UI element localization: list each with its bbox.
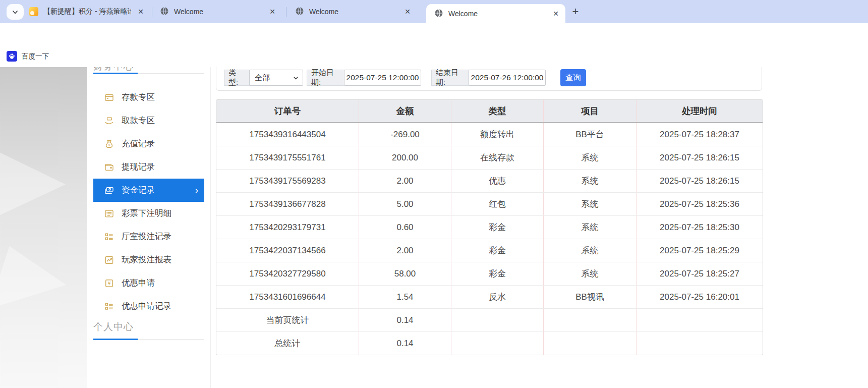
end-date-label: 结束日期: — [431, 70, 469, 86]
cell-time: 2025-07-25 18:26:15 — [636, 170, 763, 192]
cell-type: 优惠 — [451, 170, 543, 192]
page-content: 财务中心 存款专区 取款专区 ¥ — [0, 67, 868, 388]
tab-welcome-active[interactable]: Welcome ✕ — [426, 4, 565, 23]
cell-time: 2025-07-25 16:20:01 — [636, 286, 763, 308]
summary-empty — [543, 309, 636, 331]
sidebar-divider — [210, 67, 211, 388]
close-icon[interactable]: ✕ — [136, 7, 145, 16]
sidebar-item-label: 提现记录 — [122, 161, 155, 173]
sidebar-item-lottery-bet-details[interactable]: 彩票下注明细 — [93, 202, 204, 225]
filter-panel: 类型: 全部 开始日期: 结束日期: 查询 — [216, 67, 762, 91]
chart-icon — [104, 255, 114, 265]
summary-label: 总统计 — [216, 332, 359, 355]
cell-time: 2025-07-25 18:28:37 — [636, 123, 763, 146]
decorative-triangle — [0, 143, 66, 218]
cell-type: 红包 — [451, 193, 543, 215]
column-header-project: 项目 — [543, 100, 636, 122]
column-header-order: 订单号 — [216, 100, 359, 122]
sidebar-item-label: 取款专区 — [122, 115, 155, 126]
column-header-amount: 金额 — [359, 100, 451, 122]
table-row: 1753439175551761 200.00 在线存款 系统 2025-07-… — [216, 146, 763, 169]
sidebar-item-withdrawal-records[interactable]: 提现记录 — [93, 155, 204, 179]
cell-order: 1753431601696644 — [216, 286, 359, 308]
table-row: 1753431601696644 1.54 反水 BB视讯 2025-07-25… — [216, 285, 763, 308]
summary-empty — [636, 309, 763, 331]
sidebar-item-promo-apply[interactable]: ¥ 优惠申请 — [93, 271, 204, 295]
cell-order: 1753422037134566 — [216, 239, 359, 262]
tab-divider — [152, 7, 152, 17]
decorative-triangle — [0, 245, 72, 323]
cell-type: 彩金 — [451, 216, 543, 239]
tab-title: 【新提醒】积分 - 海燕策略论坛 — [43, 7, 131, 16]
summary-row-current-page: 当前页统计 0.14 — [216, 308, 763, 331]
new-tab-button[interactable]: + — [569, 5, 582, 18]
cell-time: 2025-07-25 18:25:30 — [636, 216, 763, 239]
globe-icon — [434, 9, 443, 19]
cell-type: 额度转出 — [451, 123, 543, 146]
sidebar-item-hall-bet-records[interactable]: 厅室投注记录 — [93, 225, 204, 248]
cell-amount: 200.00 — [359, 146, 451, 169]
sidebar-item-player-bet-report[interactable]: 玩家投注报表 — [93, 248, 204, 271]
promo-box-icon: ¥ — [104, 278, 114, 288]
list-blocks-icon — [104, 301, 114, 311]
tab-welcome-2[interactable]: Welcome ✕ — [290, 0, 417, 23]
globe-icon — [160, 7, 169, 17]
sidebar-item-label: 厅室投注记录 — [122, 231, 171, 242]
chevron-down-icon — [12, 9, 19, 16]
cell-project: 系统 — [543, 216, 636, 239]
table-row: 1753439316443504 -269.00 额度转出 BB平台 2025-… — [216, 123, 763, 146]
cell-time: 2025-07-25 18:25:27 — [636, 262, 763, 285]
sidebar-item-funds-records[interactable]: 资金记录 › — [93, 179, 204, 202]
end-date-input[interactable] — [469, 70, 546, 86]
deposit-card-icon — [104, 92, 114, 102]
sidebar: 财务中心 存款专区 取款专区 ¥ — [93, 67, 204, 388]
sidebar-item-deposit-zone[interactable]: 存款专区 — [93, 86, 204, 109]
cell-project: BB视讯 — [543, 286, 636, 308]
sidebar-item-withdraw-zone[interactable]: 取款专区 — [93, 109, 204, 132]
bookmark-label: 百度一下 — [22, 52, 49, 61]
start-date-input[interactable] — [344, 70, 421, 86]
section-underline-accent — [93, 339, 138, 340]
type-select[interactable]: 全部 — [249, 70, 303, 86]
forum-favicon — [29, 7, 38, 16]
close-icon[interactable]: ✕ — [403, 7, 412, 16]
summary-amount: 0.14 — [359, 309, 451, 331]
funds-table: 订单号 金额 类型 项目 处理时间 1753439316443504 -269.… — [216, 99, 763, 355]
cell-amount: 5.00 — [359, 193, 451, 215]
sidebar-item-recharge-records[interactable]: ¥ 充值记录 — [93, 132, 204, 155]
cell-project: 系统 — [543, 146, 636, 169]
close-icon[interactable]: ✕ — [268, 7, 277, 16]
cell-amount: 2.00 — [359, 239, 451, 262]
bookmarks-bar: 百度一下 — [0, 47, 868, 68]
summary-empty — [543, 332, 636, 355]
close-icon[interactable]: ✕ — [551, 9, 560, 18]
bookmark-baidu[interactable]: 百度一下 — [7, 51, 49, 62]
tab-forum[interactable]: 【新提醒】积分 - 海燕策略论坛 ✕ — [24, 0, 150, 23]
tab-search-button[interactable] — [7, 4, 24, 20]
tab-strip: 【新提醒】积分 - 海燕策略论坛 ✕ Welcome ✕ Welcome ✕ W… — [0, 0, 868, 23]
summary-empty — [451, 309, 543, 331]
column-header-time: 处理时间 — [636, 100, 763, 122]
tab-welcome-1[interactable]: Welcome ✕ — [155, 0, 282, 23]
cell-amount: -269.00 — [359, 123, 451, 146]
cell-amount: 2.00 — [359, 170, 451, 192]
cell-order: 1753439175551761 — [216, 146, 359, 169]
type-label: 类型: — [224, 70, 250, 86]
table-row: 1753439136677828 5.00 红包 系统 2025-07-25 1… — [216, 192, 763, 215]
cell-time: 2025-07-25 18:26:15 — [636, 146, 763, 169]
column-header-type: 类型 — [451, 100, 543, 122]
tab-title: Welcome — [448, 10, 546, 18]
sidebar-item-promo-apply-records[interactable]: 优惠申请记录 — [93, 295, 204, 318]
sidebar-section-title-finance: 财务中心 — [93, 67, 134, 71]
navigation-bar: js13.cc/hhcp/usercenter.html?iniType=6 — [0, 23, 868, 47]
list-icon — [104, 208, 114, 218]
cell-type: 彩金 — [451, 262, 543, 285]
summary-amount: 0.14 — [359, 332, 451, 355]
main-content: 类型: 全部 开始日期: 结束日期: 查询 订单号 金额 类型 — [216, 67, 763, 388]
cell-project: 系统 — [543, 239, 636, 262]
cell-project: 系统 — [543, 193, 636, 215]
cell-time: 2025-07-25 18:25:36 — [636, 193, 763, 215]
start-date-label: 开始日期: — [307, 70, 344, 86]
sidebar-item-label: 资金记录 — [122, 185, 155, 196]
query-button[interactable]: 查询 — [560, 69, 586, 86]
